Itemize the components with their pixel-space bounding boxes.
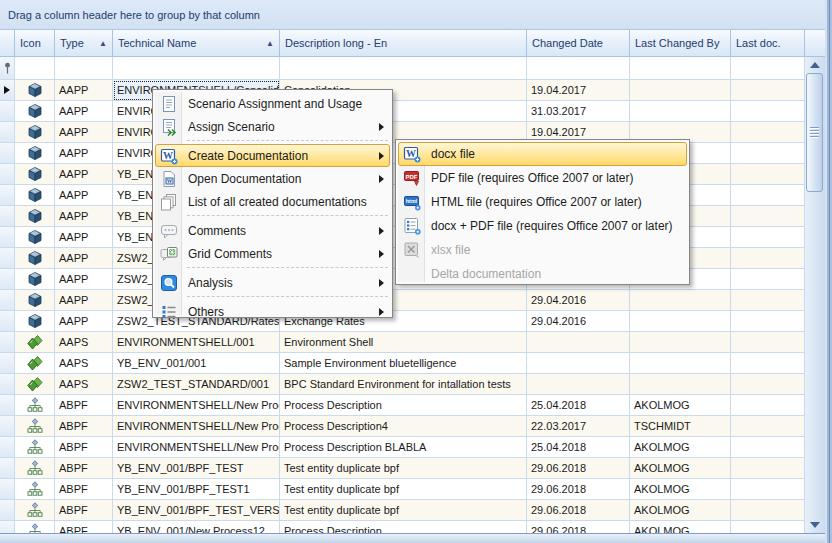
type-cell[interactable]: AAPP bbox=[55, 143, 113, 164]
table-row[interactable]: ABPFYB_ENV_001/BPF_TESTTest entity dupli… bbox=[0, 458, 805, 479]
menu-item-comments[interactable]: Comments bbox=[155, 219, 390, 242]
last-changed-by-cell[interactable] bbox=[630, 101, 731, 122]
column-header-description[interactable]: Description long - En bbox=[280, 30, 527, 56]
column-header-icon[interactable]: Icon bbox=[15, 30, 55, 56]
column-header-type[interactable]: Type▲ bbox=[55, 30, 113, 56]
table-row[interactable]: ABPFENVIRONMENTSHELL/New Proc...Process … bbox=[0, 437, 805, 458]
menu-item-grid-comments[interactable]: Grid Comments bbox=[155, 242, 390, 265]
column-header-last-changed-by[interactable]: Last Changed By bbox=[630, 30, 731, 56]
last-doc-cell[interactable] bbox=[731, 185, 805, 206]
last-changed-by-cell[interactable] bbox=[630, 353, 731, 374]
technical-name-cell[interactable]: YB_ENV_001/BPF_TEST_VERSION bbox=[113, 500, 280, 521]
last-doc-cell[interactable] bbox=[731, 269, 805, 290]
technical-name-cell[interactable]: ENVIRONMENTSHELL/New Proc... bbox=[113, 416, 280, 437]
last-doc-cell[interactable] bbox=[731, 416, 805, 437]
description-cell[interactable]: Process Description bbox=[280, 395, 527, 416]
menu-item-list-of-all-created-documentations[interactable]: List of all created documentations bbox=[155, 190, 390, 213]
technical-name-cell[interactable]: YB_ENV_001/New Process12 bbox=[113, 521, 280, 533]
description-cell[interactable]: Test entity duplicate bpf bbox=[280, 458, 527, 479]
changed-date-cell[interactable] bbox=[527, 374, 630, 395]
type-cell[interactable]: AAPP bbox=[55, 101, 113, 122]
changed-date-cell[interactable]: 29.06.2018 bbox=[527, 458, 630, 479]
type-cell[interactable]: AAPP bbox=[55, 80, 113, 101]
scroll-down-button[interactable] bbox=[805, 517, 825, 533]
type-cell[interactable]: AAPP bbox=[55, 248, 113, 269]
last-doc-cell[interactable] bbox=[731, 311, 805, 332]
changed-date-cell[interactable]: 29.06.2018 bbox=[527, 521, 630, 533]
last-changed-by-cell[interactable] bbox=[630, 374, 731, 395]
menu-item-create-documentation[interactable]: WCreate Documentation bbox=[155, 144, 390, 167]
table-row[interactable]: AAPPZSW2_TEST_STANDARD/RatesExchange Rat… bbox=[0, 311, 805, 332]
type-cell[interactable]: ABPF bbox=[55, 479, 113, 500]
type-cell[interactable]: AAPP bbox=[55, 122, 113, 143]
last-doc-cell[interactable] bbox=[731, 458, 805, 479]
horizontal-scrollbar[interactable] bbox=[0, 533, 825, 543]
last-doc-cell[interactable] bbox=[731, 374, 805, 395]
last-doc-cell[interactable] bbox=[731, 143, 805, 164]
table-row[interactable]: ABPFENVIRONMENTSHELL/New Proc...Process … bbox=[0, 395, 805, 416]
changed-date-cell[interactable]: 25.04.2018 bbox=[527, 437, 630, 458]
submenu-item-pdf-file-requires-office-2007-or-later[interactable]: PDFPDF file (requires Office 2007 or lat… bbox=[398, 166, 687, 190]
technical-name-cell[interactable]: ENVIRONMENTSHELL/001 bbox=[113, 332, 280, 353]
type-cell[interactable]: ABPF bbox=[55, 437, 113, 458]
filter-cell-technical-name[interactable] bbox=[113, 57, 280, 79]
submenu-item-docx-pdf-file-requires-office-2007-or-later[interactable]: docx + PDF file (requires Office 2007 or… bbox=[398, 214, 687, 238]
table-row[interactable]: AAPPZSW2_T29.04.2016 bbox=[0, 290, 805, 311]
table-row[interactable]: AAPSZSW2_TEST_STANDARD/001BPC Standard E… bbox=[0, 374, 805, 395]
filter-cell-last-doc[interactable] bbox=[731, 57, 805, 79]
menu-item-scenario-assignment-and-usage[interactable]: Scenario Assignment and Usage bbox=[155, 92, 390, 115]
description-cell[interactable]: Environment Shell bbox=[280, 332, 527, 353]
last-changed-by-cell[interactable] bbox=[630, 332, 731, 353]
submenu-item-docx-file[interactable]: Wdocx file bbox=[398, 142, 687, 166]
changed-date-cell[interactable]: 29.04.2016 bbox=[527, 290, 630, 311]
menu-item-analysis[interactable]: Analysis bbox=[155, 271, 390, 294]
last-doc-cell[interactable] bbox=[731, 500, 805, 521]
type-cell[interactable]: ABPF bbox=[55, 458, 113, 479]
filter-cell-type[interactable] bbox=[55, 57, 113, 79]
type-cell[interactable]: AAPP bbox=[55, 227, 113, 248]
changed-date-cell[interactable]: 25.04.2018 bbox=[527, 395, 630, 416]
type-cell[interactable]: AAPS bbox=[55, 374, 113, 395]
type-cell[interactable]: AAPS bbox=[55, 332, 113, 353]
technical-name-cell[interactable]: YB_ENV_001/BPF_TEST bbox=[113, 458, 280, 479]
last-doc-cell[interactable] bbox=[731, 227, 805, 248]
filter-cell-changed-date[interactable] bbox=[527, 57, 630, 79]
filter-cell-description[interactable] bbox=[280, 57, 527, 79]
table-row[interactable]: AAPPENVIRO31.03.2017 bbox=[0, 101, 805, 122]
technical-name-cell[interactable]: YB_ENV_001/001 bbox=[113, 353, 280, 374]
last-changed-by-cell[interactable]: AKOLMOG bbox=[630, 521, 731, 533]
last-doc-cell[interactable] bbox=[731, 206, 805, 227]
type-cell[interactable]: AAPP bbox=[55, 206, 113, 227]
last-doc-cell[interactable] bbox=[731, 248, 805, 269]
changed-date-cell[interactable]: 22.03.2017 bbox=[527, 416, 630, 437]
table-row[interactable]: ABPFYB_ENV_001/BPF_TEST1Test entity dupl… bbox=[0, 479, 805, 500]
description-cell[interactable]: Test entity duplicate bpf bbox=[280, 479, 527, 500]
changed-date-cell[interactable] bbox=[527, 332, 630, 353]
description-cell[interactable]: Process Description BLABLA bbox=[280, 437, 527, 458]
submenu-item-html-file-requires-office-2007-or-later[interactable]: htmlHTML file (requires Office 2007 or l… bbox=[398, 190, 687, 214]
description-cell[interactable]: Process Description bbox=[280, 521, 527, 533]
type-cell[interactable]: AAPP bbox=[55, 290, 113, 311]
type-cell[interactable]: AAPS bbox=[55, 353, 113, 374]
changed-date-cell[interactable]: 29.04.2016 bbox=[527, 311, 630, 332]
changed-date-cell[interactable]: 29.06.2018 bbox=[527, 479, 630, 500]
table-row[interactable]: AAPSYB_ENV_001/001Sample Environment blu… bbox=[0, 353, 805, 374]
vertical-scrollbar[interactable] bbox=[805, 57, 825, 533]
last-doc-cell[interactable] bbox=[731, 395, 805, 416]
last-changed-by-cell[interactable] bbox=[630, 290, 731, 311]
last-doc-cell[interactable] bbox=[731, 353, 805, 374]
filter-cell-icon[interactable] bbox=[15, 57, 55, 79]
table-row[interactable]: ABPFYB_ENV_001/New Process12Process Desc… bbox=[0, 521, 805, 533]
last-changed-by-cell[interactable]: AKOLMOG bbox=[630, 458, 731, 479]
group-by-panel[interactable]: Drag a column header here to group by th… bbox=[0, 0, 832, 30]
last-changed-by-cell[interactable]: TSCHMIDT bbox=[630, 416, 731, 437]
column-header-last-doc[interactable]: Last doc. bbox=[731, 30, 805, 56]
last-doc-cell[interactable] bbox=[731, 332, 805, 353]
table-row[interactable]: AAPSENVIRONMENTSHELL/001Environment Shel… bbox=[0, 332, 805, 353]
type-cell[interactable]: AAPP bbox=[55, 269, 113, 290]
filter-cell-last-changed-by[interactable] bbox=[630, 57, 731, 79]
type-cell[interactable]: AAPP bbox=[55, 164, 113, 185]
type-cell[interactable]: ABPF bbox=[55, 521, 113, 533]
filter-row[interactable] bbox=[0, 57, 805, 80]
last-doc-cell[interactable] bbox=[731, 521, 805, 533]
